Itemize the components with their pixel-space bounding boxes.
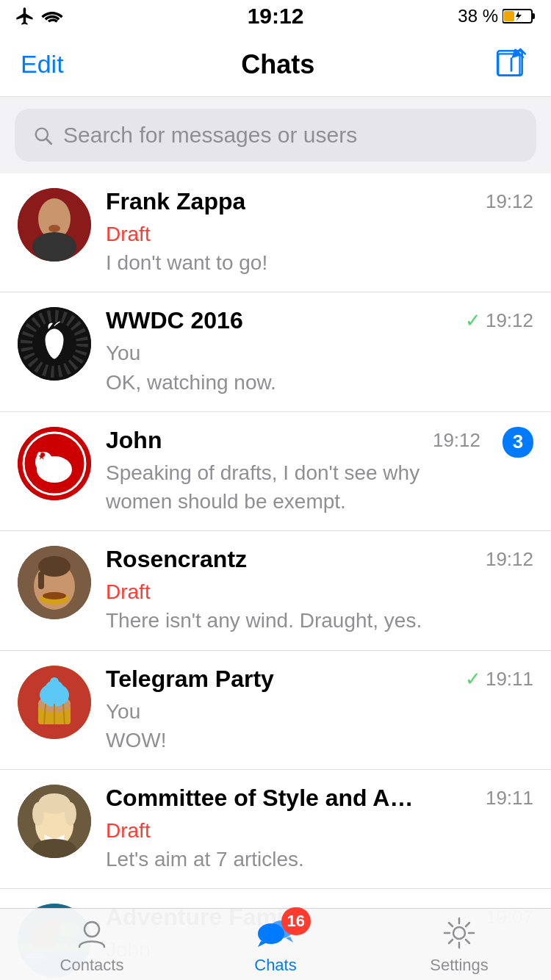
svg-point-40 (50, 677, 59, 686)
svg-rect-7 (498, 54, 519, 75)
svg-point-15 (48, 225, 60, 232)
chat-item-john[interactable]: ★ ★ ★ John 19:12 Speaking of drafts, I d… (0, 412, 551, 531)
chat-item-frank-zappa[interactable]: Frank Zappa 19:12 Draft I don't want to … (0, 173, 551, 292)
chat-content: Committee of Style and Arra... 19:11 Dra… (106, 785, 533, 873)
chat-preview: Draft There isn't any wind. Draught, yes… (106, 577, 533, 635)
chats-icon-wrap: 16 (253, 915, 298, 951)
chats-badge: 16 (281, 907, 311, 935)
avatar (18, 785, 91, 858)
status-right: 38 % (458, 6, 536, 26)
tab-settings[interactable]: Settings (386, 915, 533, 975)
airplane-icon (15, 6, 35, 26)
svg-text:★: ★ (51, 448, 58, 456)
battery-icon (503, 7, 536, 25)
chat-preview: Draft Let's aim at 7 articles. (106, 816, 533, 873)
status-left (15, 6, 63, 26)
draft-label: Draft (106, 580, 151, 603)
draft-label: Draft (106, 223, 151, 245)
settings-tab-label: Settings (430, 956, 489, 975)
chat-time: ✓19:12 (465, 309, 533, 332)
chat-content: WWDC 2016 ✓19:12 You OK, watching now. (106, 307, 533, 396)
chat-content: Frank Zappa 19:12 Draft I don't want to … (106, 188, 533, 277)
tab-chats[interactable]: 16 Chats (202, 915, 349, 975)
contacts-icon (73, 915, 110, 951)
search-container: Search for messages or users (0, 97, 551, 173)
page-title: Chats (241, 49, 314, 80)
chat-time: 19:12 (486, 190, 533, 213)
status-bar: 19:12 38 % (0, 0, 551, 32)
chat-item-telegram-party[interactable]: Telegram Party ✓19:11 You WOW! (0, 651, 551, 770)
chat-preview: You OK, watching now. (106, 339, 533, 396)
svg-point-63 (453, 927, 465, 939)
unread-badge-container: 3 (503, 427, 533, 458)
wifi-icon (41, 8, 63, 24)
chat-item-rosencrantz[interactable]: Rosencrantz 19:12 Draft There isn't any … (0, 531, 551, 650)
chat-name: Telegram Party (106, 666, 274, 693)
svg-text:★: ★ (38, 453, 46, 461)
svg-point-48 (32, 802, 44, 826)
svg-line-69 (466, 940, 469, 943)
compose-icon (494, 48, 528, 82)
contacts-tab-label: Contacts (60, 956, 124, 975)
svg-point-49 (65, 802, 76, 826)
chat-header: Rosencrantz 19:12 (106, 546, 533, 573)
chat-header: Committee of Style and Arra... 19:11 (106, 785, 533, 812)
nav-bar: Edit Chats (0, 32, 551, 97)
avatar (18, 188, 91, 262)
check-icon: ✓ (465, 309, 481, 332)
unread-badge: 3 (503, 427, 533, 458)
chat-name: WWDC 2016 (106, 307, 243, 334)
chat-time: 19:11 (486, 787, 533, 810)
check-icon: ✓ (465, 668, 481, 691)
svg-rect-2 (504, 11, 514, 21)
svg-line-70 (466, 923, 469, 926)
svg-rect-1 (532, 13, 535, 19)
search-placeholder: Search for messages or users (63, 123, 357, 148)
svg-text::  (50, 328, 59, 355)
svg-rect-32 (38, 572, 44, 589)
chat-header: John 19:12 (106, 427, 480, 454)
settings-icon (441, 915, 478, 951)
chat-time: 19:12 (486, 548, 533, 571)
chat-header: Frank Zappa 19:12 (106, 188, 533, 215)
chat-preview: Speaking of drafts, I don't see why wome… (106, 458, 480, 516)
preview-text: Let's aim at 7 articles. (106, 848, 304, 871)
draft-label: Draft (106, 819, 151, 842)
chat-content: John 19:12 Speaking of drafts, I don't s… (106, 427, 480, 516)
avatar (18, 666, 91, 739)
chat-name: Rosencrantz (106, 546, 247, 573)
status-time: 19:12 (248, 4, 304, 29)
tab-bar: Contacts 16 Chats (0, 908, 551, 980)
preview-text: OK, watching now. (106, 371, 276, 394)
chat-content: Rosencrantz 19:12 Draft There isn't any … (106, 546, 533, 635)
preview-text: WOW! (106, 729, 166, 752)
search-bar[interactable]: Search for messages or users (15, 109, 536, 162)
compose-button[interactable] (492, 46, 530, 84)
tab-contacts[interactable]: Contacts (18, 915, 165, 975)
chat-list: Frank Zappa 19:12 Draft I don't want to … (0, 173, 551, 980)
chat-header: Telegram Party ✓19:11 (106, 666, 533, 693)
preview-text: I don't want to go! (106, 251, 267, 274)
svg-point-13 (32, 232, 76, 262)
chat-item-committee[interactable]: Committee of Style and Arra... 19:11 Dra… (0, 770, 551, 889)
edit-button[interactable]: Edit (21, 50, 64, 79)
chat-time: 19:12 (433, 429, 480, 452)
settings-icon-wrap (437, 915, 481, 951)
avatar:  (18, 307, 91, 381)
svg-line-10 (46, 139, 51, 143)
svg-line-68 (449, 923, 453, 926)
chat-name: Committee of Style and Arra... (106, 785, 414, 812)
svg-line-71 (449, 940, 453, 943)
chat-name: Frank Zappa (106, 188, 245, 215)
preview-text: Speaking of drafts, I don't see why wome… (106, 461, 419, 513)
battery-percent: 38 % (458, 6, 498, 26)
chat-item-wwdc[interactable]:  WWDC 2016 ✓19:12 You OK, watching now. (0, 292, 551, 411)
avatar: ★ ★ ★ (18, 427, 91, 500)
svg-text:★: ★ (63, 453, 71, 461)
chat-preview: Draft I don't want to go! (106, 220, 533, 277)
sender: You (106, 342, 140, 364)
sender: You (106, 700, 140, 723)
chats-tab-label: Chats (254, 956, 296, 975)
avatar (18, 546, 91, 619)
chat-header: WWDC 2016 ✓19:12 (106, 307, 533, 334)
